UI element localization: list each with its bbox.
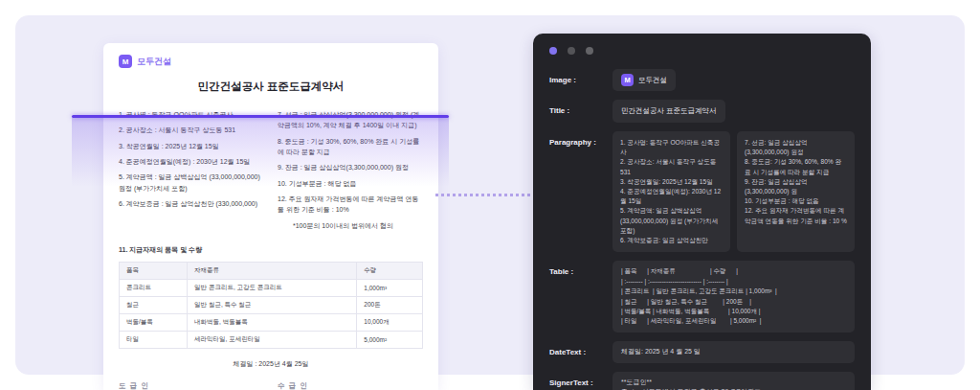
materials-table-header: 자재종류 (188, 262, 357, 279)
doc-logo: M 모두건설 (119, 55, 423, 68)
modu-logo-icon: M (621, 74, 634, 86)
date-value-chip: 체결일: 2025 년 4 월 25 일 (612, 341, 855, 363)
doc-clause: 12. 주요 원자재 가격변동에 따른 계약금액 연동을 위한 기준 비율 : … (278, 194, 423, 216)
doc-clause: 6. 계약보증금 : 일금 삼억삼천만 (330,000,000) (119, 198, 264, 209)
doc-title: 민간건설공사 표준도급계약서 (119, 80, 423, 94)
cell-item: 철근 (120, 296, 188, 313)
window-controls (549, 47, 855, 55)
cell-material: 세라믹타일, 포세린타일 (188, 331, 357, 348)
table-row: 타일 세라믹타일, 포세린타일 5,000m² (120, 331, 423, 348)
scan-line (72, 115, 449, 118)
paragraph-line: 9. 잔금: 일금 삼십삼억 (3,300,000,000) 원 (745, 177, 847, 196)
cell-item: 타일 (120, 331, 188, 348)
paragraph-line: 12. 주요 원자재 가격변동에 따른 계약금액 연동을 위한 기준 비율 : … (745, 206, 847, 225)
window-dot-icon[interactable] (568, 47, 575, 55)
markdown-table-line: | 벽돌/블록 | 내화벽돌, 벽돌블록 | 10,000개 | (621, 307, 846, 316)
doc-logo-text: 모두건설 (137, 56, 171, 68)
signer-role: 도 급 인 (119, 381, 264, 390)
cell-material: 내화벽돌, 벽돌블록 (188, 313, 357, 331)
field-label-table: Table : (549, 261, 612, 332)
contract-document: M 모두건설 민간건설공사 표준도급계약서 1. 공사명 : 동작구 OO아파트… (103, 43, 438, 390)
contract-date-line: 체결일 : 2025년 4월 25일 (119, 359, 423, 369)
markdown-table-line: | :-------- | :-------------------------… (621, 277, 846, 287)
scan-highlight-band (72, 118, 449, 187)
table-value-chip: | 품목 | 자재종류 | 수량 || :-------- | :-------… (612, 261, 855, 332)
field-image: Image : M 모두건설 (549, 69, 855, 91)
image-value-chip: M 모두건설 (612, 69, 676, 91)
table-row: 벽돌/블록 내화벽돌, 벽돌블록 10,000개 (120, 313, 423, 331)
materials-table-header: 품목 (120, 262, 188, 279)
cell-quantity: 10,000개 (357, 313, 423, 331)
paragraph-line: 10. 기성부분금 : 해당 없음 (745, 196, 847, 206)
field-title: Title : 민간건설공사 표준도급계약서 (549, 100, 855, 123)
doc-clause: *100분의 10이내의 범위에서 협의 (278, 220, 423, 231)
dotted-connector-line (435, 194, 533, 196)
field-paragraphy: Paragraphy : 1. 공사명: 동작구 OO아파트 신축공사2. 공사… (549, 131, 855, 252)
materials-table: 품목자재종류수량 콘크리트 일반 콘크리트, 고강도 콘크리트 1,000m³ … (119, 262, 423, 349)
extraction-panel: Image : M 모두건설 Title : 민간건설공사 표준도급계약서 Pa… (533, 34, 871, 390)
materials-table-header: 수량 (357, 262, 423, 279)
window-dot-icon[interactable] (549, 47, 557, 55)
cell-material: 일반 철근, 특수 철근 (188, 296, 357, 313)
signers-section: 도 급 인 주 소 : 서울특별시 동작구 흑석로 89 OO아파트 회사명 :… (119, 381, 423, 390)
signer-line: **도급인** (621, 378, 846, 388)
cell-item: 콘크리트 (120, 279, 188, 296)
paragraph-line: 3. 착공연월일: 2025년 12월 15일 (620, 177, 723, 187)
screenshot-stage: M 모두건설 민간건설공사 표준도급계약서 1. 공사명 : 동작구 OO아파트… (0, 0, 980, 390)
signer-value-chip: **도급인**주 소 : 서울특별시 동작구 흑석로 89 OO아파트회 사 명… (612, 372, 855, 390)
modu-logo-icon: M (119, 55, 132, 68)
table-row: 철근 일반 철근, 특수 철근 200톤 (120, 296, 423, 313)
signer-role: 수 급 인 (278, 381, 423, 390)
paragraph-line: 2. 공사장소: 서울시 동작구 상도동 531 (620, 157, 723, 176)
title-value-chip: 민간건설공사 표준도급계약서 (612, 100, 725, 123)
paragraph-line: 1. 공사명: 동작구 OO아파트 신축공사 (620, 138, 723, 157)
paragraphy-column-2: 7. 선금: 일금 삼십삼억 (3,300,000,000) 원정8. 중도금:… (737, 131, 855, 252)
cell-quantity: 5,000m² (357, 331, 423, 348)
signer-block: 도 급 인 주 소 : 서울특별시 동작구 흑석로 89 OO아파트 회사명 :… (119, 381, 264, 390)
field-table: Table : | 품목 | 자재종류 | 수량 || :-------- | … (549, 261, 855, 332)
markdown-table-line: | 철근 | 일반 철근, 특수 철근 | 200톤 | (621, 297, 846, 307)
table-row: 콘크리트 일반 콘크리트, 고강도 콘크리트 1,000m³ (120, 279, 423, 296)
field-signertext: SignerText : **도급인**주 소 : 서울특별시 동작구 흑석로 … (549, 372, 855, 390)
image-value-text: 모두건설 (638, 75, 667, 86)
field-label-image: Image : (549, 69, 612, 91)
signer-block: 수 급 인 주 소 : 서울특별시 강남구 역삼로 215 모두빌딩 회사명 :… (278, 381, 423, 390)
cell-item: 벽돌/블록 (120, 313, 188, 331)
materials-heading: 11. 지급자재의 품목 및 수량 (119, 245, 423, 255)
materials-table-header-row: 품목자재종류수량 (120, 262, 423, 279)
field-label-title: Title : (549, 100, 612, 123)
paragraph-line: 5. 계약금액: 일금 삼백삼십억 (33,000,000,000) 원정 (부… (620, 206, 723, 236)
markdown-table-line: | 품목 | 자재종류 | 수량 | (621, 266, 846, 276)
cell-quantity: 1,000m³ (357, 279, 423, 296)
field-label-signertext: SignerText : (549, 372, 612, 390)
window-dot-icon[interactable] (586, 47, 593, 55)
cell-material: 일반 콘크리트, 고강도 콘크리트 (188, 279, 357, 296)
field-datetext: DateText : 체결일: 2025 년 4 월 25 일 (549, 341, 855, 363)
paragraph-line: 4. 준공예정연월일(예정): 2030년 12월 15일 (620, 187, 723, 206)
paragraph-line: 8. 중도금: 기성 30%, 60%, 80% 완료 시 기성률에 따라 분할… (745, 157, 847, 176)
markdown-table-line: | 타일 | 세라믹타일, 포세린타일 | 5,000m² | (621, 316, 846, 326)
paragraphy-column-1: 1. 공사명: 동작구 OO아파트 신축공사2. 공사장소: 서울시 동작구 상… (612, 131, 730, 252)
markdown-table-line: | 콘크리트 | 일반 콘크리트, 고강도 콘크리트 | 1,000m³ | (621, 287, 846, 296)
field-label-paragraphy: Paragraphy : (549, 131, 612, 252)
field-label-datetext: DateText : (549, 341, 612, 363)
paragraph-line: 6. 계약보증금: 일금 삼억삼천만 (620, 236, 723, 245)
materials-table-body: 콘크리트 일반 콘크리트, 고강도 콘크리트 1,000m³ 철근 일반 철근,… (120, 279, 423, 348)
cell-quantity: 200톤 (357, 296, 423, 313)
paragraph-line: 7. 선금: 일금 삼십삼억 (3,300,000,000) 원정 (745, 138, 847, 157)
